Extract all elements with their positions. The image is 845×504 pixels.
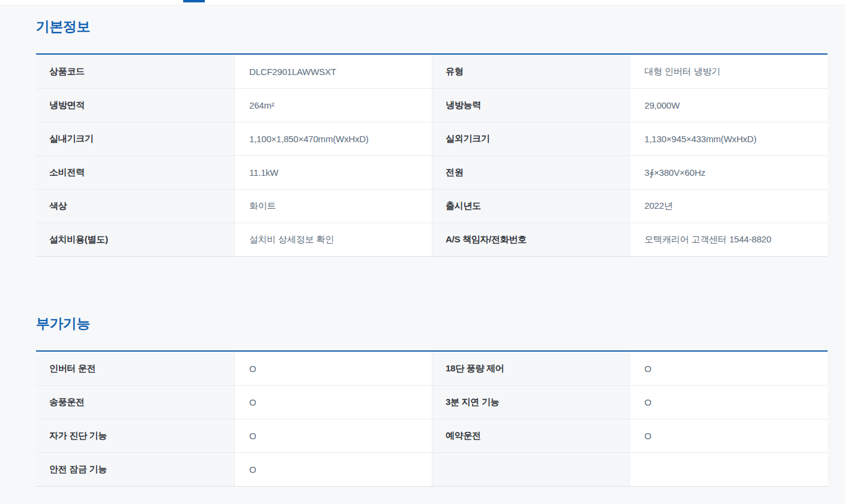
spec-label: 전원 xyxy=(432,156,629,189)
feature-label: 자가 진단 기능 xyxy=(36,419,234,452)
table-row: 송풍운전 O 3분 지연 기능 O xyxy=(36,385,828,419)
table-row: 색상 화이트 출시년도 2022년 xyxy=(36,189,828,223)
spec-value-outdoor-size: 1,130×945×433mm(WxHxD) xyxy=(629,122,828,155)
spec-value-product-code: DLCF2901LAWWSXT xyxy=(234,55,432,88)
spec-value-power-consumption: 11.1kW xyxy=(234,156,432,189)
feature-flag: O xyxy=(234,453,432,486)
feature-flag: O xyxy=(234,386,432,419)
feature-flag: O xyxy=(629,386,828,419)
spec-value-power-supply: 3∮×380V×60Hz xyxy=(629,156,828,189)
table-row: 설치비용(별도) 설치비 상세정보 확인 A/S 책임자/전화번호 오텍캐리어 … xyxy=(36,223,828,256)
feature-flag: O xyxy=(629,352,828,385)
table-row: 냉방면적 264m² 냉방능력 29,000W xyxy=(36,88,828,122)
active-tab-indicator xyxy=(183,0,205,2)
spec-label: 냉방능력 xyxy=(432,89,629,122)
feature-label: 18단 풍량 제어 xyxy=(432,352,629,385)
product-spec-page: 기본정보 상품코드 DLCF2901LAWWSXT 유형 대형 인버터 냉방기 … xyxy=(0,0,845,504)
table-row: 상품코드 DLCF2901LAWWSXT 유형 대형 인버터 냉방기 xyxy=(36,55,828,88)
feature-label: 3분 지연 기능 xyxy=(432,386,629,419)
spec-label: 소비전력 xyxy=(36,156,234,189)
feature-flag: O xyxy=(234,419,432,452)
spec-value-release-year: 2022년 xyxy=(629,190,828,223)
spec-value-indoor-size: 1,100×1,850×470mm(WxHxD) xyxy=(234,122,432,155)
features-table: 인버터 운전 O 18단 풍량 제어 O 송풍운전 O 3분 지연 기능 O 자… xyxy=(36,350,828,487)
spec-label: A/S 책임자/전화번호 xyxy=(432,223,629,256)
table-row: 자가 진단 기능 O 예약운전 O xyxy=(36,419,828,452)
spec-label: 실내기크기 xyxy=(36,122,234,155)
basic-info-table: 상품코드 DLCF2901LAWWSXT 유형 대형 인버터 냉방기 냉방면적 … xyxy=(36,53,828,257)
spec-label: 설치비용(별도) xyxy=(36,223,234,256)
table-row: 실내기크기 1,100×1,850×470mm(WxHxD) 실외기크기 1,1… xyxy=(36,122,828,155)
spec-value-as-contact: 오텍캐리어 고객센터 1544-8820 xyxy=(629,223,828,256)
section-title-basic-info: 기본정보 xyxy=(36,17,828,36)
feature-label-empty xyxy=(432,453,629,486)
feature-flag: O xyxy=(234,352,432,385)
spec-value-cooling-area: 264m² xyxy=(234,89,432,122)
feature-flag: O xyxy=(629,419,828,452)
table-row: 인버터 운전 O 18단 풍량 제어 O xyxy=(36,352,828,385)
spec-label: 유형 xyxy=(432,55,629,88)
table-row: 안전 잠금 기능 O xyxy=(36,452,828,486)
feature-label: 안전 잠금 기능 xyxy=(36,453,234,486)
section-title-features: 부가기능 xyxy=(36,314,828,333)
feature-label: 송풍운전 xyxy=(36,386,234,419)
feature-label: 인버터 운전 xyxy=(36,352,234,385)
spec-value-type: 대형 인버터 냉방기 xyxy=(629,55,828,88)
spec-label: 색상 xyxy=(36,190,234,223)
spec-value-color: 화이트 xyxy=(234,190,432,223)
table-row: 소비전력 11.1kW 전원 3∮×380V×60Hz xyxy=(36,155,828,189)
feature-flag-empty xyxy=(629,453,828,486)
section-basic-info: 기본정보 상품코드 DLCF2901LAWWSXT 유형 대형 인버터 냉방기 … xyxy=(36,17,828,257)
spec-content: 기본정보 상품코드 DLCF2901LAWWSXT 유형 대형 인버터 냉방기 … xyxy=(36,5,828,487)
feature-label: 예약운전 xyxy=(432,419,629,452)
spec-label: 냉방면적 xyxy=(36,89,234,122)
spec-label: 실외기크기 xyxy=(432,122,629,155)
spec-value-cooling-capacity: 29,000W xyxy=(629,89,828,122)
section-features: 부가기능 인버터 운전 O 18단 풍량 제어 O 송풍운전 O 3분 지연 기… xyxy=(36,314,828,487)
install-cost-detail-link[interactable]: 설치비 상세정보 확인 xyxy=(234,223,432,256)
spec-label: 상품코드 xyxy=(36,55,234,88)
spec-label: 출시년도 xyxy=(432,190,629,223)
